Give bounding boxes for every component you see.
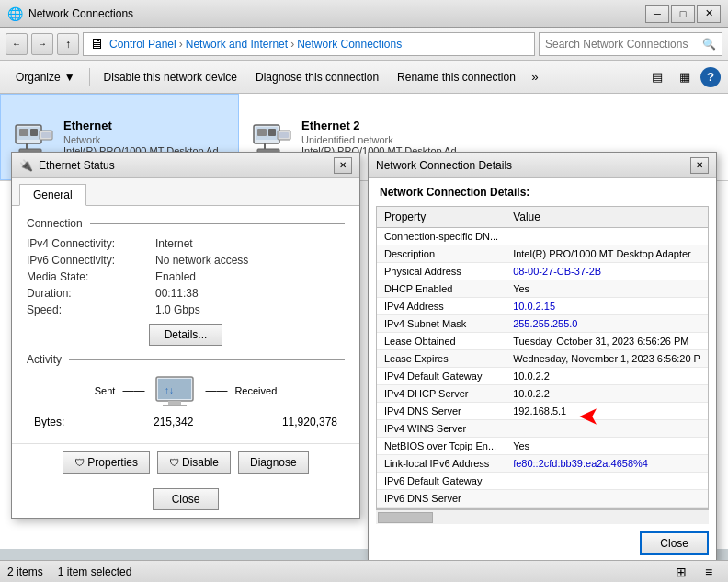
search-box[interactable]: 🔍 — [539, 32, 722, 56]
details-property-cell: IPv4 DNS Server — [377, 403, 506, 420]
toolbar-separator — [89, 68, 90, 86]
ethernet2-info: Ethernet 2 Unidentified network Intel(R)… — [301, 119, 467, 156]
close-button[interactable]: ✕ — [697, 5, 721, 23]
details-value-cell: 255.255.255.0 — [506, 315, 708, 333]
ethernet-dialog-buttons: 🛡Properties 🛡Disable Diagnose — [12, 443, 359, 481]
details-property-cell: Link-local IPv6 Address — [377, 455, 506, 473]
window-controls: ─ □ ✕ — [645, 5, 721, 23]
ethernet-close-wrap: Close — [12, 481, 359, 518]
speed-label: Speed: — [27, 303, 155, 316]
app-icon: 🌐 — [7, 6, 23, 21]
status-bar: 2 items 1 item selected ⊞ ≡ — [0, 560, 728, 582]
details-dialog-titlebar: Network Connection Details ✕ — [369, 153, 716, 178]
details-ok-wrap: Close — [369, 524, 716, 563]
maximize-button[interactable]: □ — [671, 5, 695, 23]
ethernet-dialog-close-button[interactable]: ✕ — [334, 157, 352, 174]
media-state-row: Media State: Enabled — [27, 270, 345, 283]
diagnose-button[interactable]: Diagnose this connection — [247, 64, 387, 90]
toolbar: Organize ▼ Disable this network device D… — [0, 61, 728, 94]
details-property-cell: IPv4 Subnet Mask — [377, 315, 506, 333]
bytes-row: Bytes: 215,342 11,920,378 — [34, 416, 337, 428]
view-controls: ▤ ▦ ? — [645, 65, 721, 89]
duration-value: 00:11:38 — [155, 287, 199, 300]
details-property-cell: NetBIOS over Tcpip En... — [377, 438, 506, 455]
svg-rect-3 — [30, 129, 38, 136]
media-label: Media State: — [27, 270, 155, 283]
details-property-cell: IPv6 DNS Server — [377, 490, 506, 508]
details-value-cell: 10.0.2.2 — [506, 385, 708, 403]
ipv4-value: Internet — [155, 237, 193, 250]
path-networkconnections[interactable]: Network Connections — [297, 38, 402, 51]
details-property-cell: Lease Expires — [377, 350, 506, 368]
disable-dialog-button[interactable]: 🛡Disable — [157, 451, 231, 474]
details-value-cell — [506, 228, 708, 245]
details-property-cell: IPv4 WINS Server — [377, 420, 506, 438]
activity-header: Activity — [27, 353, 345, 366]
ethernet-status-dialog: 🔌 Ethernet Status ✕ General Connection I… — [11, 152, 360, 519]
details-property-cell: IPv4 Default Gateway — [377, 368, 506, 385]
ethernet-dialog-tabs: General — [12, 178, 359, 206]
sent-label: Sent — [95, 385, 116, 396]
help-button[interactable]: ? — [700, 67, 721, 87]
ethernet-dialog-titlebar: 🔌 Ethernet Status ✕ — [12, 153, 359, 178]
tab-general[interactable]: General — [19, 184, 86, 206]
details-table-wrap: Property Value Connection-specific DN...… — [376, 206, 709, 509]
title-bar: 🌐 Network Connections ─ □ ✕ — [0, 0, 728, 28]
path-icon: 🖥 — [89, 36, 104, 52]
status-view-btn1[interactable]: ⊞ — [669, 560, 693, 583]
search-input[interactable] — [545, 38, 702, 51]
horizontal-scrollbar[interactable] — [376, 509, 709, 524]
received-label: Received — [234, 385, 277, 396]
speed-row: Speed: 1.0 Gbps — [27, 303, 345, 316]
path-networkinternet[interactable]: Network and Internet — [186, 38, 288, 51]
more-button[interactable]: » — [526, 64, 544, 90]
details-value-cell: 192.168.5.1 — [506, 403, 708, 420]
ethernet-close-button[interactable]: Close — [153, 488, 220, 510]
details-dialog-close-button[interactable]: ✕ — [690, 157, 709, 174]
details-dialog-title: Network Connection Details — [376, 159, 690, 172]
details-value-cell: Yes — [506, 438, 708, 455]
bytes-label: Bytes: — [34, 416, 64, 428]
item-count: 2 items — [7, 565, 43, 578]
scrollbar-thumb[interactable] — [378, 512, 433, 523]
details-value-cell: Tuesday, October 31, 2023 6:56:26 PM — [506, 333, 708, 350]
svg-rect-7 — [41, 132, 51, 138]
col-value: Value — [506, 207, 708, 228]
details-value-cell: 08-00-27-CB-37-2B — [506, 263, 708, 280]
details-value-cell — [506, 490, 708, 508]
status-view-btn2[interactable]: ≡ — [697, 560, 721, 583]
window-title: Network Connections — [28, 7, 645, 20]
received-bytes: 11,920,378 — [282, 416, 337, 428]
selected-count: 1 item selected — [58, 565, 132, 578]
address-path: 🖥 Control Panel › Network and Internet ›… — [83, 32, 535, 56]
diagnose-dialog-button[interactable]: Diagnose — [238, 451, 309, 474]
details-close-button[interactable]: Close — [640, 531, 709, 555]
media-value: Enabled — [155, 270, 196, 283]
details-value-cell: 10.0.2.2 — [506, 368, 708, 385]
forward-button[interactable]: → — [31, 33, 53, 55]
properties-button[interactable]: 🛡Properties — [63, 451, 150, 474]
view-list-button[interactable]: ▦ — [673, 65, 697, 89]
ethernet-name: Ethernet — [63, 119, 227, 132]
ipv4-connectivity-row: IPv4 Connectivity: Internet — [27, 237, 345, 250]
path-controlpanel[interactable]: Control Panel — [109, 38, 176, 51]
details-property-cell: Physical Address — [377, 263, 506, 280]
up-button[interactable]: ↑ — [57, 33, 79, 55]
minimize-button[interactable]: ─ — [645, 5, 669, 23]
ethernet-dialog-content: Connection IPv4 Connectivity: Internet I… — [12, 206, 359, 443]
details-value-cell — [506, 420, 708, 438]
svg-rect-18 — [168, 401, 181, 405]
svg-rect-10 — [257, 129, 267, 136]
ipv6-label: IPv6 Connectivity: — [27, 254, 155, 267]
back-button[interactable]: ← — [6, 33, 28, 55]
organize-button[interactable]: Organize ▼ — [7, 64, 84, 90]
ethernet2-type: Unidentified network — [301, 134, 467, 145]
details-property-cell: DHCP Enabled — [377, 280, 506, 298]
arrow-indicator: ➤ — [579, 405, 597, 430]
view-toggle-button[interactable]: ▤ — [645, 65, 669, 89]
ipv6-value: No network access — [155, 254, 248, 267]
details-button[interactable]: Details... — [149, 324, 223, 346]
rename-button[interactable]: Rename this connection — [389, 64, 524, 90]
dash-separator2: —— — [205, 384, 227, 397]
disable-button[interactable]: Disable this network device — [96, 64, 245, 90]
